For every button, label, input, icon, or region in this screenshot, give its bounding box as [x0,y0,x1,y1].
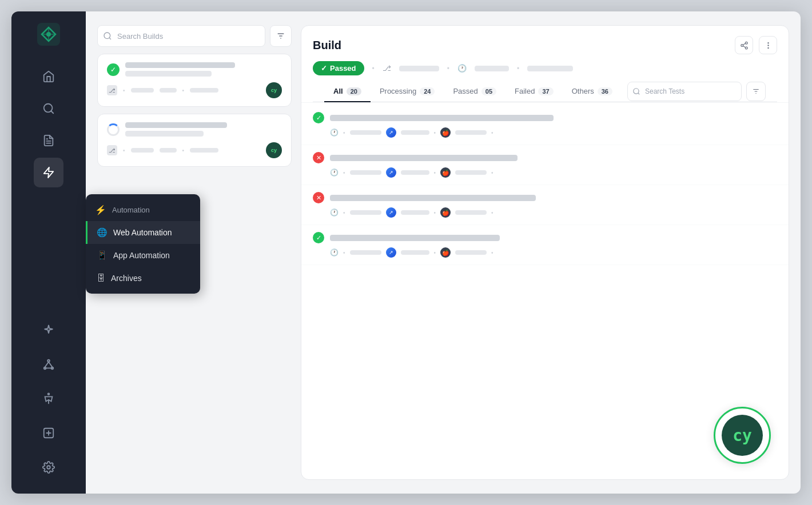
test-row[interactable]: ✕ 🕐 • ↗ • 🍎 • [301,185,789,225]
check-mark: ✓ [321,64,327,73]
apple-icon-3: 🍎 [440,207,451,218]
browser-icon-1: ↗ [386,127,396,138]
sidebar-analytics[interactable] [34,94,63,123]
test-row[interactable]: ✕ 🕐 • ↗ • 🍎 • [301,145,789,185]
svg-point-25 [745,47,747,49]
sidebar-reports[interactable] [34,126,63,155]
right-header: Build [301,26,789,103]
test-row-top-2: ✕ [313,152,777,163]
svg-line-32 [638,93,640,94]
apple-icon-2: 🍎 [440,167,451,178]
test-title-2 [330,155,777,161]
dropdown-header-label: Automation [112,206,150,214]
tests-search-area [627,82,766,101]
more-options-button[interactable] [759,36,777,54]
cypress-badge-1: cy [266,82,282,98]
test-title-1 [330,115,777,121]
search-builds-wrap [97,25,265,47]
test-row-top-4: ✓ [313,232,777,243]
builds-filter-button[interactable] [270,25,292,47]
svg-line-19 [109,38,111,39]
browser-icon-2: ↗ [386,167,396,178]
right-panel: Build [301,25,789,480]
svg-point-13 [48,393,50,395]
svg-point-28 [767,42,768,43]
clock-icon-3: 🕐 [330,209,339,217]
test-row-bottom-1: 🕐 • ↗ • 🍎 • [313,127,777,138]
test-row[interactable]: ✓ 🕐 • ↗ • 🍎 • [301,105,789,145]
tab-processing[interactable]: Processing 24 [371,81,444,102]
right-actions [735,36,777,54]
apple-icon-4: 🍎 [440,247,451,258]
web-icon: 🌐 [97,227,108,238]
branch-icon-2: ⎇ [107,145,117,155]
build-card-2[interactable]: ⎇ • • cy [97,114,292,167]
svg-point-29 [767,45,768,45]
archives-label: Archives [111,274,142,283]
branch-info-icon: ⎇ [383,64,391,73]
build-status-processing [107,123,120,136]
search-builds-input[interactable] [97,25,265,47]
sidebar-automation[interactable] [34,158,63,187]
test-status-x-2: ✕ [313,152,324,163]
tab-others[interactable]: Others 36 [563,81,622,102]
sidebar-home[interactable] [34,62,63,91]
test-search-input[interactable] [627,82,742,101]
svg-line-11 [49,362,52,367]
svg-line-3 [51,111,53,113]
cypress-logo: cy [722,415,763,456]
sidebar [11,11,86,494]
search-bar [97,25,292,47]
build-title-2 [125,122,282,137]
archive-icon: 🗄 [97,273,105,283]
svg-marker-6 [44,167,54,178]
svg-point-18 [104,33,110,39]
svg-point-24 [741,44,743,46]
logo[interactable] [35,21,62,48]
clock-info-icon: 🕐 [457,64,467,73]
svg-point-23 [745,42,747,44]
test-title-3 [330,195,777,201]
tests-list: ✓ 🕐 • ↗ • 🍎 • [301,103,789,479]
clock-icon-1: 🕐 [330,129,339,137]
web-automation-label: Web Automation [113,228,172,237]
clock-icon-2: 🕐 [330,169,339,177]
cypress-watermark: cy [714,407,771,464]
dropdown-item-archives[interactable]: 🗄 Archives [86,267,200,289]
test-status-check-1: ✓ [313,112,324,123]
dropdown-item-app-automation[interactable]: 📱 App Automation [86,244,200,267]
branch-icon: ⎇ [107,85,117,95]
sidebar-magic[interactable] [34,315,63,345]
svg-point-1 [46,32,51,37]
svg-line-10 [45,362,49,367]
sidebar-accessibility[interactable] [34,384,63,414]
tab-all[interactable]: All 20 [324,81,371,102]
build-status-passed: ✓ [107,63,120,76]
build-info-row: ✓ Passed • ⎇ • 🕐 • [313,61,777,75]
cypress-badge-2: cy [266,142,282,158]
test-row-bottom-3: 🕐 • ↗ • 🍎 • [313,207,777,218]
app-icon: 📱 [97,250,108,260]
test-search-wrap [627,82,742,101]
svg-point-17 [47,466,50,469]
sidebar-add[interactable] [34,418,63,448]
svg-line-26 [743,46,745,47]
test-row-top-1: ✓ [313,112,777,123]
test-filter-button[interactable] [746,82,766,101]
tab-failed[interactable]: Failed 37 [505,81,563,102]
browser-icon-3: ↗ [386,207,396,218]
dropdown-item-web-automation[interactable]: 🌐 Web Automation [86,221,200,244]
build-passed-badge: ✓ Passed [313,61,364,75]
sidebar-network[interactable] [34,350,63,379]
search-builds-icon [103,31,112,41]
test-row-top-3: ✕ [313,192,777,203]
svg-point-30 [767,47,768,48]
test-row[interactable]: ✓ 🕐 • ↗ • 🍎 • [301,225,789,265]
sidebar-settings[interactable] [34,452,63,482]
test-title-4 [330,235,777,241]
build-card-1[interactable]: ✓ ⎇ • • cy [97,54,292,107]
svg-line-27 [743,43,745,45]
build-title-1 [125,62,282,77]
tab-passed[interactable]: Passed 05 [444,81,505,102]
share-button[interactable] [735,36,753,54]
